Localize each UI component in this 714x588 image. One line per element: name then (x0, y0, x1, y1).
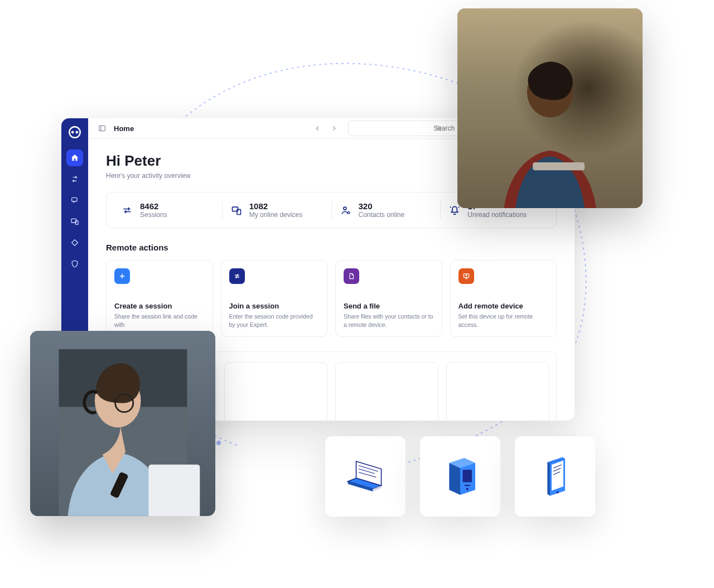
action-title: Create a session (114, 302, 205, 310)
sidebar-item-sessions[interactable] (66, 171, 83, 187)
stat-value: 8462 (140, 201, 167, 211)
nav-back-button[interactable] (310, 121, 325, 136)
action-title: Send a file (344, 302, 434, 310)
action-title: Add remote device (459, 302, 549, 310)
stat-contacts-online[interactable]: 320 Contacts online (332, 201, 441, 219)
action-desc: Set this device up for remote access. (459, 312, 549, 329)
panel-collapse-icon[interactable] (97, 123, 107, 133)
svg-rect-10 (464, 274, 469, 277)
sidebar-item-chat[interactable] (66, 192, 83, 209)
placeholder-card[interactable] (446, 362, 549, 421)
svg-point-21 (466, 488, 469, 490)
phone-icon (530, 451, 580, 502)
plus-icon (114, 268, 130, 284)
action-title: Join a session (229, 302, 320, 310)
nav-forward-button[interactable] (327, 121, 341, 136)
swap-icon (229, 268, 245, 284)
contact-check-icon (340, 204, 352, 216)
stat-label: Contacts online (359, 211, 405, 219)
remote-actions-row: Create a session Share the session link … (106, 260, 557, 337)
sidebar-item-tag[interactable] (66, 234, 83, 251)
promo-photo-bottom (30, 331, 215, 516)
action-desc: Share the session link and code with (114, 312, 205, 329)
stat-label: My online devices (249, 211, 302, 219)
laptop-icon (340, 451, 390, 502)
svg-rect-4 (99, 126, 105, 131)
phone-device-tile[interactable] (515, 436, 595, 517)
server-icon (435, 451, 485, 502)
stat-value: 320 (359, 201, 405, 211)
file-icon (344, 268, 359, 284)
svg-rect-20 (463, 470, 472, 483)
stat-online-devices[interactable]: 1082 My online devices (223, 201, 332, 219)
section-title: Remote actions (106, 243, 557, 252)
device-tiles-row (325, 436, 595, 517)
stat-label: Sessions (140, 211, 167, 219)
promo-photo-top (457, 8, 643, 208)
send-file-card[interactable]: Send a file Share files with your contac… (335, 260, 442, 337)
svg-rect-22 (465, 485, 471, 486)
server-device-tile[interactable] (420, 436, 500, 517)
breadcrumb-title: Home (114, 124, 134, 133)
search-icon (435, 125, 442, 132)
laptop-device-tile[interactable] (325, 436, 406, 517)
devices-icon (230, 204, 243, 216)
placeholder-card[interactable] (224, 362, 327, 421)
sidebar-item-devices[interactable] (66, 213, 83, 230)
bell-icon (448, 204, 461, 216)
placeholder-card[interactable] (335, 362, 438, 421)
svg-rect-13 (533, 162, 585, 170)
swap-icon (121, 204, 133, 216)
stat-sessions[interactable]: 8462 Sessions (113, 201, 223, 219)
stat-value: 1082 (249, 201, 302, 211)
action-desc: Enter the session code provided by your … (229, 312, 320, 329)
nav-arrows (310, 121, 341, 136)
svg-rect-18 (148, 465, 200, 516)
sidebar-item-home[interactable] (66, 150, 83, 166)
person-illustration (471, 59, 629, 209)
svg-point-8 (343, 207, 346, 210)
svg-point-5 (436, 126, 440, 130)
person-illustration (40, 349, 206, 516)
create-session-card[interactable]: Create a session Share the session link … (106, 260, 213, 337)
app-logo-icon (67, 125, 82, 139)
add-remote-device-card[interactable]: Add remote device Set this device up for… (450, 260, 557, 337)
stat-label: Unread notifications (467, 211, 527, 219)
monitor-icon (459, 268, 474, 284)
svg-point-11 (465, 275, 466, 276)
action-desc: Share files with your contacts or to a r… (344, 312, 434, 329)
join-session-card[interactable]: Join a session Enter the session code pr… (221, 260, 328, 337)
svg-point-0 (69, 127, 80, 138)
svg-rect-1 (72, 197, 77, 201)
svg-point-23 (557, 491, 559, 494)
sidebar-item-security[interactable] (66, 256, 83, 272)
